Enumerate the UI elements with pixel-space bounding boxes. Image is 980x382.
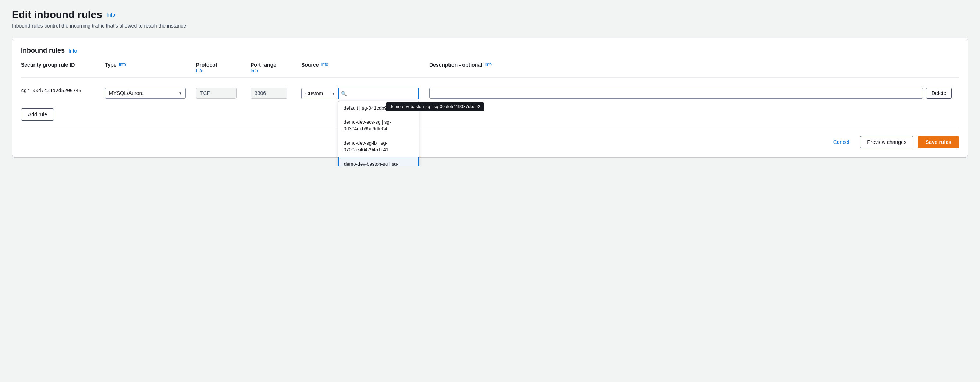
cell-port-range xyxy=(251,85,298,99)
page-title-row: Edit inbound rules Info xyxy=(12,9,968,21)
type-select-wrapper: MYSQL/Aurora Custom TCP HTTP HTTPS SSH A… xyxy=(105,88,186,99)
description-input[interactable] xyxy=(429,88,923,99)
source-type-select-wrapper: Custom Anywhere-IPv4 Anywhere-IPv6 My IP… xyxy=(301,88,338,99)
col-header-port-range: Port range Info xyxy=(251,62,298,73)
dropdown-item-2[interactable]: demo-dev-ecs-sg | sg-0d304ecb65d6dfe04 xyxy=(339,115,418,136)
type-info-link[interactable]: Info xyxy=(119,62,126,67)
divider xyxy=(21,128,959,129)
source-dropdown-container: Custom Anywhere-IPv4 Anywhere-IPv6 My IP… xyxy=(301,88,419,99)
page-info-link[interactable]: Info xyxy=(107,12,115,18)
col-header-action xyxy=(926,62,959,73)
protocol-input xyxy=(196,88,237,99)
source-tooltip: demo-dev-baston-sg | sg-00afe5419037dbeb… xyxy=(386,102,484,111)
save-rules-button[interactable]: Save rules xyxy=(918,136,959,148)
table-row: sgr-00d7c31a2d5200745 MYSQL/Aurora Custo… xyxy=(21,83,959,102)
card-header: Inbound rules Info xyxy=(21,47,959,54)
source-type-select[interactable]: Custom Anywhere-IPv4 Anywhere-IPv6 My IP xyxy=(301,88,338,99)
col-header-rule-id: Security group rule ID xyxy=(21,62,102,73)
port-info-link[interactable]: Info xyxy=(251,68,258,73)
cell-description xyxy=(429,85,923,99)
page-subtitle: Inbound rules control the incoming traff… xyxy=(12,23,968,29)
source-info-link[interactable]: Info xyxy=(321,62,328,67)
description-info-link[interactable]: Info xyxy=(484,62,492,67)
col-header-description: Description - optional Info xyxy=(429,62,923,73)
dropdown-item-4[interactable]: demo-dev-baston-sg | sg-00afe5419037dbeb… xyxy=(339,157,418,166)
section-info-link[interactable]: Info xyxy=(68,48,77,54)
col-header-type: Type Info xyxy=(105,62,193,73)
cell-source: Custom Anywhere-IPv4 Anywhere-IPv6 My IP… xyxy=(301,85,426,99)
inbound-rules-card: Inbound rules Info Security group rule I… xyxy=(12,38,968,158)
action-bar: Cancel Preview changes Save rules xyxy=(21,136,959,148)
add-rule-row: Add rule xyxy=(21,102,959,121)
add-rule-button[interactable]: Add rule xyxy=(21,108,54,121)
col-header-source: Source Info xyxy=(301,62,426,73)
source-search-input[interactable] xyxy=(338,88,419,99)
table-header: Security group rule ID Type Info Protoco… xyxy=(21,62,959,78)
port-range-input xyxy=(251,88,287,99)
preview-changes-button[interactable]: Preview changes xyxy=(860,136,913,148)
col-header-protocol: Protocol Info xyxy=(196,62,248,73)
cell-rule-id: sgr-00d7c31a2d5200745 xyxy=(21,85,102,93)
search-input-wrapper: 🔍 xyxy=(338,88,419,99)
section-title: Inbound rules xyxy=(21,47,65,54)
cancel-button[interactable]: Cancel xyxy=(827,136,856,148)
cell-action: Delete xyxy=(926,85,959,99)
rule-id-value: sgr-00d7c31a2d5200745 xyxy=(21,88,81,93)
delete-button[interactable]: Delete xyxy=(926,88,952,99)
cell-type: MYSQL/Aurora Custom TCP HTTP HTTPS SSH A… xyxy=(105,85,193,99)
cell-protocol xyxy=(196,85,248,99)
dropdown-item-3[interactable]: demo-dev-sg-lb | sg-0700a746479451c41 xyxy=(339,136,418,157)
protocol-info-link[interactable]: Info xyxy=(196,68,204,73)
type-select[interactable]: MYSQL/Aurora Custom TCP HTTP HTTPS SSH A… xyxy=(105,88,186,99)
source-area: Custom Anywhere-IPv4 Anywhere-IPv6 My IP… xyxy=(301,88,419,99)
page-title: Edit inbound rules xyxy=(12,9,102,21)
